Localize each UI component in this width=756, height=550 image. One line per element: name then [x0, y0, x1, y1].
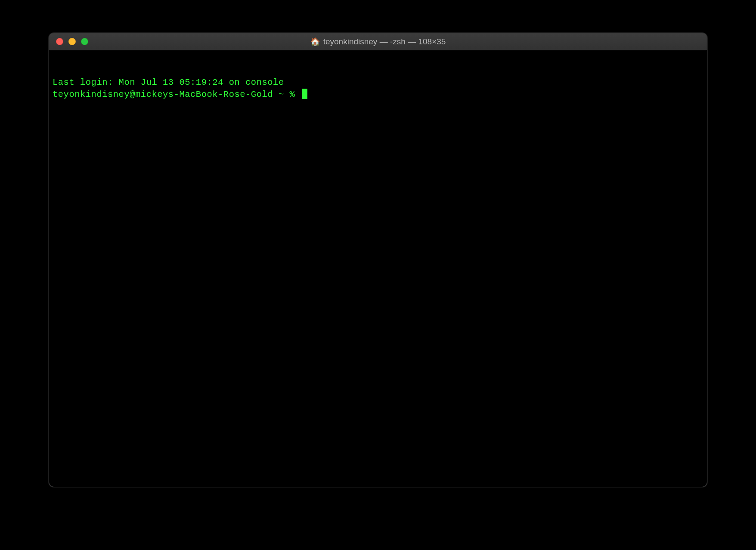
window-title-text: teyonkindisney — -zsh — 108×35 [323, 37, 446, 46]
traffic-lights [56, 38, 88, 45]
shell-prompt: teyonkindisney@mickeys-MacBook-Rose-Gold… [53, 89, 301, 101]
cursor [302, 89, 307, 99]
last-login-line: Last login: Mon Jul 13 05:19:24 on conso… [53, 77, 703, 89]
maximize-button[interactable] [81, 38, 88, 45]
window-title: 🏠 teyonkindisney — -zsh — 108×35 [310, 37, 446, 46]
minimize-button[interactable] [68, 38, 76, 45]
terminal-window: 🏠 teyonkindisney — -zsh — 108×35 Last lo… [49, 33, 707, 487]
home-icon: 🏠 [310, 38, 320, 46]
terminal-body[interactable]: Last login: Mon Jul 13 05:19:24 on conso… [49, 50, 707, 127]
close-button[interactable] [56, 38, 63, 45]
title-bar[interactable]: 🏠 teyonkindisney — -zsh — 108×35 [49, 33, 707, 50]
